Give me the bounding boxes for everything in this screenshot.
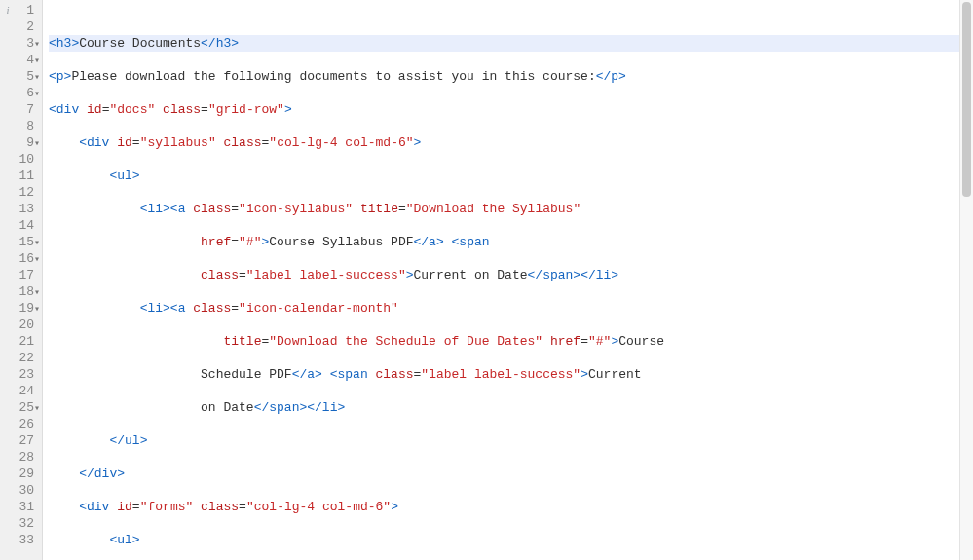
fold-toggle-icon[interactable]: ▾: [30, 284, 40, 301]
line-number[interactable]: 27: [4, 432, 34, 449]
code-line[interactable]: </div>: [49, 466, 959, 482]
code-line[interactable]: <ul>: [49, 168, 959, 184]
fold-toggle-icon[interactable]: ▾: [30, 53, 40, 69]
line-number[interactable]: 6▾: [4, 85, 34, 101]
code-line[interactable]: <li><a class="icon-syllabus" title="Down…: [49, 201, 959, 217]
code-line[interactable]: title="Download the Schedule of Due Date…: [49, 333, 959, 350]
code-line[interactable]: on Date</span></li>: [49, 399, 959, 416]
fold-toggle-icon[interactable]: ▾: [30, 235, 40, 251]
line-number[interactable]: 3▾: [4, 35, 34, 52]
code-line[interactable]: <div id="syllabus" class="col-lg-4 col-m…: [49, 134, 959, 151]
info-icon[interactable]: i: [2, 4, 14, 16]
fold-toggle-icon[interactable]: ▾: [30, 251, 40, 268]
line-number[interactable]: 11: [4, 168, 34, 184]
line-number[interactable]: 1i: [4, 2, 34, 19]
line-number[interactable]: 32: [4, 515, 34, 532]
scrollbar-thumb[interactable]: [962, 2, 971, 197]
line-number[interactable]: 17: [4, 267, 34, 283]
line-number[interactable]: 2: [4, 19, 34, 35]
line-number[interactable]: 19▾: [4, 300, 34, 317]
fold-toggle-icon[interactable]: ▾: [30, 400, 40, 417]
code-line[interactable]: <p>Please download the following documen…: [49, 68, 959, 85]
line-number[interactable]: 15▾: [4, 234, 34, 250]
line-number[interactable]: 13: [4, 201, 34, 217]
line-number[interactable]: 10: [4, 151, 34, 168]
code-line[interactable]: </ul>: [49, 432, 959, 449]
code-line[interactable]: <li><a class="icon-calendar-month": [49, 300, 959, 317]
line-number[interactable]: 12: [4, 184, 34, 201]
fold-toggle-icon[interactable]: ▾: [30, 135, 40, 152]
tag-close: </h3>: [201, 36, 239, 51]
code-line[interactable]: <ul>: [49, 532, 959, 548]
tag-open: <h3>: [49, 36, 79, 51]
line-number[interactable]: 20: [4, 317, 34, 333]
line-number[interactable]: 24: [4, 383, 34, 399]
code-editor: 1i23▾4▾5▾6▾789▾101112131415▾16▾1718▾19▾2…: [0, 0, 973, 560]
line-number[interactable]: 5▾: [4, 68, 34, 85]
line-number[interactable]: 31: [4, 499, 34, 515]
vertical-scrollbar[interactable]: [959, 0, 973, 560]
line-number[interactable]: 9▾: [4, 134, 34, 151]
line-number[interactable]: 28: [4, 449, 34, 466]
line-number[interactable]: 14: [4, 217, 34, 234]
line-number[interactable]: 26: [4, 416, 34, 432]
code-area[interactable]: <h3>Course Documents</h3> <p>Please down…: [43, 0, 959, 560]
line-number-gutter: 1i23▾4▾5▾6▾789▾101112131415▾16▾1718▾19▾2…: [0, 0, 43, 560]
line-number[interactable]: 33: [4, 532, 34, 548]
line-number[interactable]: 21: [4, 333, 34, 350]
line-number[interactable]: 8: [4, 118, 34, 134]
line-number[interactable]: 7: [4, 101, 34, 118]
line-number[interactable]: 29: [4, 466, 34, 482]
code-line[interactable]: <div id="docs" class="grid-row">: [49, 101, 959, 118]
fold-toggle-icon[interactable]: ▾: [30, 301, 40, 317]
code-line[interactable]: href="#">Course Syllabus PDF</a> <span: [49, 234, 959, 250]
line-number[interactable]: 30: [4, 482, 34, 499]
text: Course Documents: [79, 36, 201, 51]
code-line[interactable]: Schedule PDF</a> <span class="label labe…: [49, 366, 959, 383]
code-line[interactable]: <div id="forms" class="col-lg-4 col-md-6…: [49, 499, 959, 515]
line-number[interactable]: 4▾: [4, 52, 34, 68]
line-number[interactable]: 23: [4, 366, 34, 383]
line-number[interactable]: 22: [4, 350, 34, 366]
fold-toggle-icon[interactable]: ▾: [30, 86, 40, 102]
line-number[interactable]: 16▾: [4, 250, 34, 267]
line-number[interactable]: 18▾: [4, 283, 34, 300]
fold-toggle-icon[interactable]: ▾: [30, 36, 40, 53]
fold-toggle-icon[interactable]: ▾: [30, 69, 40, 86]
code-line[interactable]: <h3>Course Documents</h3>: [49, 35, 959, 52]
code-line[interactable]: class="label label-success">Current on D…: [49, 267, 959, 283]
line-number[interactable]: 25▾: [4, 399, 34, 416]
